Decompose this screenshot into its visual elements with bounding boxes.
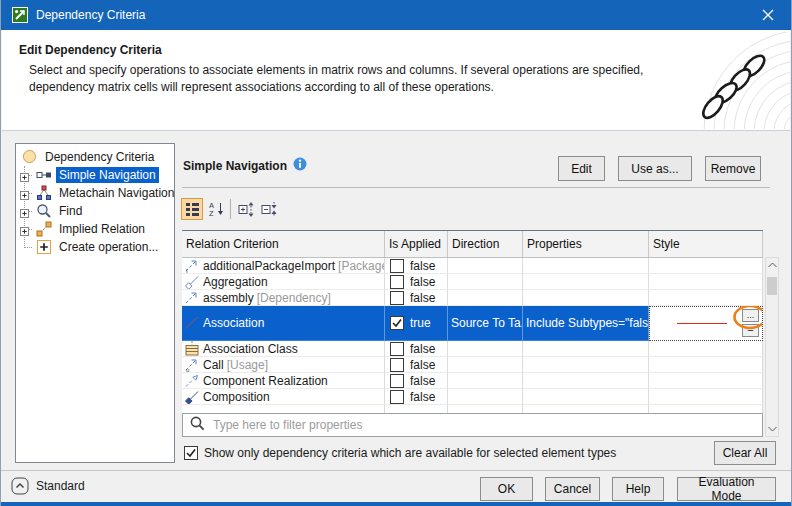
direction-cell[interactable]	[448, 274, 523, 290]
column-header-direction[interactable]: Direction	[448, 231, 523, 257]
scroll-up-icon[interactable]	[766, 258, 778, 272]
tree-item-metachain-navigation[interactable]: Metachain Navigation	[16, 184, 174, 202]
is-applied-cell[interactable]: false	[385, 274, 448, 290]
mode-toggle[interactable]: Standard	[11, 477, 85, 495]
relation-criterion-cell[interactable]: uCall[Usage]	[182, 357, 385, 373]
column-header-relation-criterion[interactable]: Relation Criterion	[182, 231, 385, 257]
table-row-association-class[interactable]: Association Classfalse	[182, 341, 763, 357]
table-row-assembly[interactable]: assembly[Dependency]false	[182, 290, 763, 306]
is-applied-checkbox[interactable]	[390, 390, 404, 404]
style-remove-button[interactable]: −	[742, 324, 759, 337]
properties-cell[interactable]	[523, 389, 649, 405]
filter-input[interactable]	[211, 417, 762, 433]
edit-button[interactable]: Edit	[558, 156, 605, 181]
style-cell[interactable]: ...−	[649, 306, 763, 341]
is-applied-checkbox[interactable]	[390, 291, 404, 305]
style-cell[interactable]	[649, 389, 763, 405]
ok-button[interactable]: OK	[480, 477, 533, 501]
title-bar[interactable]: Dependency Criteria	[1, 0, 791, 30]
table-scrollbar[interactable]	[765, 257, 779, 437]
is-applied-checkbox[interactable]	[390, 374, 404, 388]
table-row-aggregation[interactable]: Aggregationfalse	[182, 274, 763, 290]
properties-cell[interactable]: Include Subtypes="fals...	[523, 306, 649, 341]
expand-box-icon[interactable]	[20, 189, 29, 198]
is-applied-checkbox[interactable]	[390, 275, 404, 289]
properties-cell[interactable]	[523, 290, 649, 306]
table-row-composition[interactable]: Compositionfalse	[182, 389, 763, 405]
show-only-checkbox[interactable]	[184, 446, 198, 460]
properties-cell[interactable]	[523, 373, 649, 389]
scroll-down-icon[interactable]	[766, 422, 778, 436]
style-more-button[interactable]: ...	[742, 309, 759, 322]
style-cell[interactable]	[649, 290, 763, 306]
style-cell[interactable]	[649, 274, 763, 290]
style-cell[interactable]	[649, 341, 763, 357]
direction-cell[interactable]	[448, 357, 523, 373]
direction-cell[interactable]	[448, 258, 523, 274]
relation-criterion-cell[interactable]: Component Realization	[182, 373, 385, 389]
relation-criterion-cell[interactable]: Association	[182, 306, 385, 341]
direction-cell[interactable]	[448, 389, 523, 405]
properties-cell[interactable]	[523, 274, 649, 290]
info-icon[interactable]	[293, 157, 307, 174]
column-header-style[interactable]: Style	[649, 231, 763, 257]
mode-label: Standard	[36, 479, 85, 493]
direction-cell[interactable]	[448, 341, 523, 357]
style-cell[interactable]	[649, 258, 763, 274]
cancel-button[interactable]: Cancel	[545, 477, 600, 501]
is-applied-cell[interactable]: true	[385, 306, 448, 341]
style-cell[interactable]	[649, 373, 763, 389]
relation-criterion-cell[interactable]: Association Class	[182, 341, 385, 357]
tree-item-implied-relation[interactable]: Implied Relation	[16, 220, 174, 238]
column-header-is-applied[interactable]: Is Applied	[385, 231, 448, 257]
is-applied-checkbox[interactable]	[390, 358, 404, 372]
tree-item-dependency-criteria[interactable]: Dependency Criteria	[16, 148, 174, 166]
expand-all-icon[interactable]	[235, 198, 257, 220]
remove-button[interactable]: Remove	[705, 156, 761, 181]
sort-alphabetically-icon[interactable]: AZ	[206, 198, 228, 220]
use-as-button[interactable]: Use as...	[618, 156, 692, 181]
expand-box-icon[interactable]	[20, 225, 29, 234]
properties-cell[interactable]	[523, 341, 649, 357]
direction-cell[interactable]	[448, 373, 523, 389]
collapse-all-icon[interactable]	[258, 198, 280, 220]
style-line-preview	[677, 323, 727, 324]
relation-criterion-cell[interactable]: assembly[Dependency]	[182, 290, 385, 306]
expand-box-icon[interactable]	[20, 171, 29, 180]
table-row-call[interactable]: uCall[Usage]false	[182, 357, 763, 373]
style-cell[interactable]	[649, 357, 763, 373]
is-applied-cell[interactable]: false	[385, 258, 448, 274]
help-button[interactable]: Help	[612, 477, 664, 501]
relation-name: Composition	[203, 390, 270, 404]
properties-cell[interactable]	[523, 357, 649, 373]
window-bottom-border	[1, 502, 791, 506]
expand-box-icon[interactable]	[20, 207, 29, 216]
tree-item-find[interactable]: Find	[16, 202, 174, 220]
tree-item-simple-navigation[interactable]: Simple Navigation	[16, 166, 174, 184]
tree-item-create-operation[interactable]: Create operation...	[16, 238, 174, 256]
properties-cell[interactable]	[523, 258, 649, 274]
clear-all-button[interactable]: Clear All	[714, 441, 776, 465]
is-applied-checkbox[interactable]	[390, 259, 404, 273]
evaluation-mode-button[interactable]: Evaluation Mode	[677, 477, 776, 501]
relation-criterion-cell[interactable]: Composition	[182, 389, 385, 405]
close-icon[interactable]	[745, 0, 791, 30]
table-row-association[interactable]: AssociationtrueSource To Ta...Include Su…	[182, 306, 763, 341]
is-applied-cell[interactable]: false	[385, 373, 448, 389]
is-applied-cell[interactable]: false	[385, 389, 448, 405]
is-applied-checkbox[interactable]	[390, 342, 404, 356]
direction-cell[interactable]	[448, 290, 523, 306]
scrollbar-thumb[interactable]	[767, 277, 777, 295]
column-header-properties[interactable]: Properties	[523, 231, 649, 257]
is-applied-cell[interactable]: false	[385, 290, 448, 306]
relation-criterion-cell[interactable]: Aggregation	[182, 274, 385, 290]
table-row-additionalpackageimport[interactable]: IadditionalPackageImport[Package...false	[182, 258, 763, 274]
table-row-component-realization[interactable]: Component Realizationfalse	[182, 373, 763, 389]
is-applied-checkbox[interactable]	[390, 316, 404, 330]
bottom-bar: Standard	[1, 470, 791, 503]
direction-cell[interactable]: Source To Ta...	[448, 306, 523, 341]
is-applied-cell[interactable]: false	[385, 341, 448, 357]
is-applied-cell[interactable]: false	[385, 357, 448, 373]
relation-criterion-cell[interactable]: IadditionalPackageImport[Package...	[182, 258, 385, 274]
categorized-view-icon[interactable]	[181, 198, 203, 220]
